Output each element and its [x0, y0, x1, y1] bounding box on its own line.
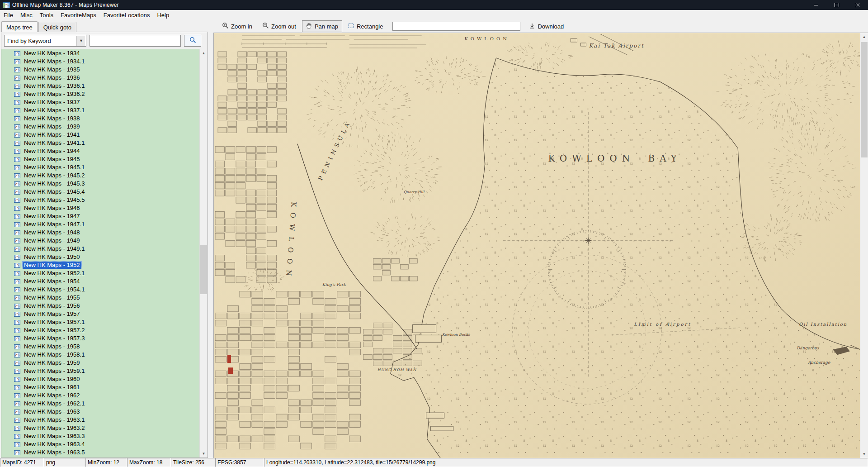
tree-item-label: New HK Maps - 1952.1 — [23, 270, 86, 277]
tree-item[interactable]: New HK Maps - 1947.1 — [1, 220, 208, 229]
scroll-down-icon[interactable]: ▼ — [860, 450, 868, 458]
maximize-button[interactable] — [826, 0, 847, 10]
menu-item-tools[interactable]: Tools — [36, 11, 57, 19]
map-sheet-icon — [14, 181, 20, 186]
scroll-up-icon[interactable]: ▲ — [860, 33, 868, 41]
tree-scrollbar[interactable]: ▲▼ — [199, 49, 208, 457]
map-sheet-icon — [14, 295, 20, 300]
tree-item[interactable]: New HK Maps - 1941.1 — [1, 139, 208, 147]
panel-splitter[interactable] — [209, 20, 213, 458]
tree-item[interactable]: New HK Maps - 1937.1 — [1, 106, 208, 114]
tree-item[interactable]: New HK Maps - 1957.1 — [1, 318, 208, 326]
tree-item[interactable]: New HK Maps - 1963 — [1, 408, 208, 416]
scroll-down-icon[interactable]: ▼ — [200, 450, 208, 457]
tree-item[interactable]: New HK Maps - 1960 — [1, 375, 208, 383]
coordinate-input[interactable] — [392, 22, 520, 31]
tree-item[interactable]: New HK Maps - 1945.1 — [1, 163, 208, 172]
zoom-out-button[interactable]: Zoom out — [258, 20, 300, 32]
tree-item[interactable]: New HK Maps - 1954.1 — [1, 286, 208, 294]
tree-item[interactable]: New HK Maps - 1956 — [1, 302, 208, 310]
tree-item[interactable]: New HK Maps - 1952.1 — [1, 269, 208, 277]
tree-item[interactable]: New HK Maps - 1958 — [1, 343, 208, 351]
tree-item[interactable]: New HK Maps - 1939 — [1, 123, 208, 131]
tree-item-label: New HK Maps - 1952 — [23, 262, 81, 269]
tree-item[interactable]: New HK Maps - 1962.1 — [1, 400, 208, 408]
map-scrollbar-thumb[interactable] — [861, 42, 868, 157]
menu-item-favoritemaps[interactable]: FavoriteMaps — [57, 11, 100, 19]
tree-item[interactable]: New HK Maps - 1948 — [1, 229, 208, 237]
menu-item-misc[interactable]: Misc — [17, 11, 36, 19]
tree-item[interactable]: New HK Maps - 1957.3 — [1, 334, 208, 343]
tree-item[interactable]: New HK Maps - 1937 — [1, 98, 208, 106]
tree-item[interactable]: New HK Maps - 1959 — [1, 359, 208, 367]
tree-item[interactable]: New HK Maps - 1963.3 — [1, 432, 208, 440]
tree-item[interactable]: New HK Maps - 1958.1 — [1, 351, 208, 359]
rectangle-button[interactable]: Rectangle — [344, 21, 387, 32]
tree-item[interactable]: New HK Maps - 1952 — [1, 261, 208, 269]
search-button[interactable] — [184, 35, 201, 47]
tree-item[interactable]: New HK Maps - 1935 — [1, 66, 208, 74]
tree-item[interactable]: New HK Maps - 1938 — [1, 114, 208, 123]
map-sheet-icon — [14, 173, 20, 178]
label-anchorage: Anchorage — [807, 360, 830, 365]
tree-item[interactable]: New HK Maps - 1934 — [1, 49, 208, 57]
tree-item[interactable]: New HK Maps - 1959.1 — [1, 367, 208, 375]
menu-item-help[interactable]: Help — [153, 11, 173, 19]
minimize-button[interactable] — [806, 0, 826, 10]
tree-item[interactable]: New HK Maps - 1961 — [1, 383, 208, 391]
tree-item[interactable]: New HK Maps - 1950 — [1, 253, 208, 261]
menu-item-favoritelocations[interactable]: FavoriteLocations — [100, 11, 154, 19]
find-mode-dropdown[interactable]: Find by Keyword ▼ — [4, 35, 86, 47]
tree-item[interactable]: New HK Maps - 1949.1 — [1, 245, 208, 253]
tree-item[interactable]: New HK Maps - 1936.2 — [1, 90, 208, 98]
tree-item[interactable]: New HK Maps - 1945.5 — [1, 196, 208, 204]
tree-item-label: New HK Maps - 1941.1 — [23, 139, 86, 147]
tree-item[interactable]: New HK Maps - 1957.2 — [1, 326, 208, 334]
map-sheet-icon — [14, 133, 20, 138]
tree-item[interactable]: New HK Maps - 1945.2 — [1, 172, 208, 180]
tree-item[interactable]: New HK Maps - 1946 — [1, 204, 208, 212]
map-sheet-icon — [14, 124, 20, 129]
tree-item[interactable]: New HK Maps - 1963.5 — [1, 448, 208, 457]
tree-item-label: New HK Maps - 1937 — [23, 99, 81, 106]
tree-item[interactable]: New HK Maps - 1936 — [1, 74, 208, 82]
close-button[interactable] — [847, 0, 868, 10]
map-sheet-icon — [14, 141, 20, 146]
tree-item[interactable]: New HK Maps - 1944 — [1, 147, 208, 155]
tree-item[interactable]: New HK Maps - 1957 — [1, 310, 208, 318]
label-kai-tak-airport: Kai Tak Airport — [589, 43, 644, 49]
tab-maps-tree[interactable]: Maps tree — [1, 21, 38, 32]
tree-item[interactable]: New HK Maps - 1936.1 — [1, 82, 208, 90]
zoom-in-button[interactable]: Zoom in — [218, 20, 256, 32]
tree-item[interactable]: New HK Maps - 1963.4 — [1, 440, 208, 448]
tree-item[interactable]: New HK Maps - 1963.1 — [1, 416, 208, 424]
map-scrollbar[interactable]: ▲ ▼ — [860, 33, 868, 458]
tree-item[interactable]: New HK Maps - 1954 — [1, 277, 208, 286]
tree-item[interactable]: New HK Maps - 1955 — [1, 294, 208, 302]
tree-item[interactable]: New HK Maps - 1963.2 — [1, 424, 208, 432]
tree-item[interactable]: New HK Maps - 1941 — [1, 131, 208, 139]
tree-item[interactable]: New HK Maps - 1947 — [1, 212, 208, 220]
tree-item-label: New HK Maps - 1945.3 — [23, 180, 86, 187]
pan-map-button[interactable]: Pan map — [302, 20, 342, 32]
map-viewport[interactable]: 12 8 — [214, 33, 860, 458]
tree-item[interactable]: New HK Maps - 1945.3 — [1, 180, 208, 188]
tree-item[interactable]: New HK Maps - 1962 — [1, 391, 208, 400]
tree-item-label: New HK Maps - 1934.1 — [23, 58, 86, 65]
label-hung-hom-wan: HUNG HOM WAN — [377, 368, 417, 372]
status-bar: MapsID: 4271pngMinZoom: 12MaxZoom: 18Til… — [0, 458, 868, 467]
menu-item-file[interactable]: File — [0, 11, 17, 19]
map-sheet-icon — [14, 255, 20, 260]
tree-item[interactable]: New HK Maps - 1949 — [1, 237, 208, 245]
download-button[interactable]: Download — [525, 21, 568, 32]
keyword-input[interactable] — [90, 35, 181, 47]
scroll-up-icon[interactable]: ▲ — [200, 49, 208, 57]
tree-item[interactable]: New HK Maps - 1934.1 — [1, 57, 208, 66]
map-sheet-icon — [14, 165, 20, 170]
status-cell-3: MaxZoom: 18 — [127, 458, 171, 467]
tree-item[interactable]: New HK Maps - 1945 — [1, 155, 208, 163]
tree-item[interactable]: New HK Maps - 1945.4 — [1, 188, 208, 196]
tree-item-label: New HK Maps - 1936 — [23, 74, 81, 81]
tab-quick-goto[interactable]: Quick goto — [38, 22, 76, 32]
tree-scrollbar-thumb[interactable] — [200, 245, 207, 294]
